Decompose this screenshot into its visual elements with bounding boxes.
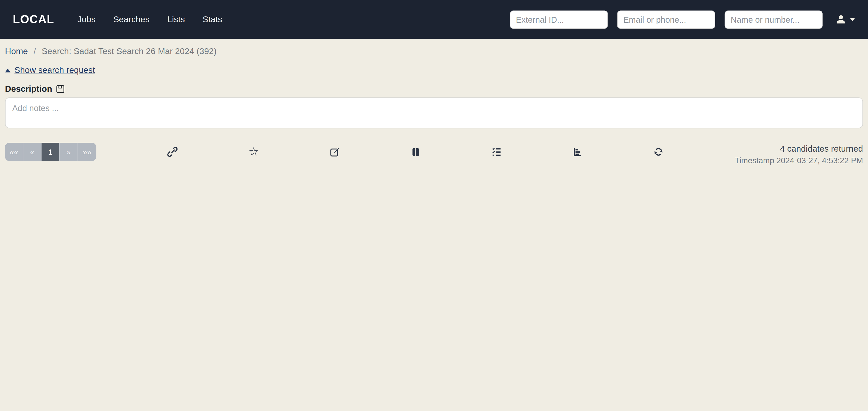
results-count: 4 candidates returned [735, 143, 863, 155]
nav-item-stats[interactable]: Stats [194, 14, 231, 24]
top-navbar: LOCAL Jobs Searches Lists Stats [0, 0, 868, 39]
navbar-search-group [510, 10, 855, 29]
user-menu[interactable] [835, 14, 855, 25]
checklist-icon[interactable] [491, 146, 502, 157]
search-request-toggle-row: Show search request [5, 65, 863, 75]
save-icon[interactable] [56, 84, 65, 94]
email-phone-input[interactable] [617, 10, 715, 29]
pagination: «« « 1 » »» [5, 143, 96, 161]
link-icon[interactable] [167, 146, 178, 157]
pagination-prev-button[interactable]: « [23, 143, 41, 161]
edit-icon[interactable] [330, 147, 340, 157]
results-timestamp: Timestamp 2024-03-27, 4:53:22 PM [735, 155, 863, 167]
chart-icon[interactable] [573, 147, 583, 157]
main-content: Home / Search: Sadat Test Search 26 Mar … [0, 46, 868, 179]
description-label-row: Description [5, 84, 863, 94]
caret-up-icon [5, 68, 11, 72]
app-root: LOCAL Jobs Searches Lists Stats Home / S… [0, 0, 868, 179]
pagination-next-button[interactable]: » [60, 143, 78, 161]
name-number-input[interactable] [725, 10, 823, 29]
nav-item-jobs[interactable]: Jobs [69, 14, 104, 24]
show-search-request-link[interactable]: Show search request [14, 65, 95, 75]
description-notes-textarea[interactable] [5, 97, 863, 128]
view-toolbar-icons: ☆ [96, 143, 735, 161]
columns-icon[interactable] [410, 147, 421, 157]
breadcrumb-separator: / [34, 46, 36, 56]
description-label: Description [5, 84, 52, 94]
user-icon [835, 14, 846, 25]
refresh-icon[interactable] [653, 146, 664, 157]
pagination-page-1-button[interactable]: 1 [41, 143, 60, 161]
results-meta: 4 candidates returned Timestamp 2024-03-… [735, 143, 863, 167]
favorite-star-icon[interactable]: ☆ [248, 146, 259, 158]
chevron-down-icon [849, 18, 855, 21]
breadcrumb-current: Search: Sadat Test Search 26 Mar 2024 (3… [41, 46, 217, 56]
pagination-first-button[interactable]: «« [5, 143, 24, 161]
brand-logo[interactable]: LOCAL [13, 13, 54, 26]
pagination-last-button[interactable]: »» [78, 143, 96, 161]
breadcrumb-home-link[interactable]: Home [5, 46, 28, 56]
breadcrumb: Home / Search: Sadat Test Search 26 Mar … [5, 46, 863, 56]
nav-item-searches[interactable]: Searches [104, 14, 158, 24]
nav-item-lists[interactable]: Lists [158, 14, 193, 24]
toolbar: «« « 1 » »» ☆ [5, 143, 863, 167]
external-id-input[interactable] [510, 10, 608, 29]
